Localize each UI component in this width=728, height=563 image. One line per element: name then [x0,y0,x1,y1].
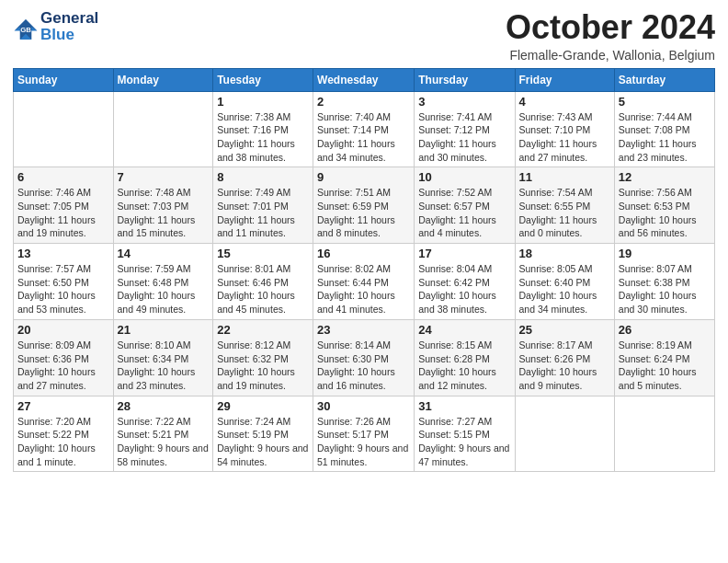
day-number: 27 [17,399,109,413]
day-number: 24 [418,323,510,337]
calendar-cell: 9Sunrise: 7:51 AMSunset: 6:59 PMDaylight… [313,167,415,244]
logo: GB General Blue [13,9,98,42]
calendar-week-1: 1Sunrise: 7:38 AMSunset: 7:16 PMDaylight… [14,91,715,167]
cell-info: Sunrise: 8:02 AMSunset: 6:44 PMDaylight:… [317,262,410,316]
calendar-week-3: 13Sunrise: 7:57 AMSunset: 6:50 PMDayligh… [14,244,715,320]
day-header-monday: Monday [113,68,213,91]
calendar-cell: 16Sunrise: 8:02 AMSunset: 6:44 PMDayligh… [313,244,415,320]
day-number: 12 [619,170,711,184]
day-number: 31 [418,399,510,413]
cell-info: Sunrise: 7:44 AMSunset: 7:08 PMDaylight:… [619,110,711,165]
day-number: 4 [519,95,610,109]
cell-info: Sunrise: 7:46 AMSunset: 7:05 PMDaylight:… [17,186,109,240]
cell-info: Sunrise: 7:41 AMSunset: 7:12 PMDaylight:… [418,110,510,165]
cell-info: Sunrise: 7:52 AMSunset: 6:57 PMDaylight:… [418,186,510,240]
day-number: 15 [217,247,309,260]
header: GB General Blue October 2024 Flemalle-Gr… [13,9,715,63]
day-number: 22 [217,323,309,337]
day-number: 1 [217,95,309,109]
day-header-sunday: Sunday [14,68,114,91]
calendar-cell: 25Sunrise: 8:17 AMSunset: 6:26 PMDayligh… [515,319,614,396]
day-number: 17 [418,247,510,260]
day-number: 16 [317,247,410,260]
cell-info: Sunrise: 8:12 AMSunset: 6:32 PMDaylight:… [217,339,309,393]
calendar-cell [614,396,714,472]
calendar-cell: 29Sunrise: 7:24 AMSunset: 5:19 PMDayligh… [213,396,313,472]
day-number: 8 [217,170,309,184]
day-number: 3 [418,95,510,109]
subtitle: Flemalle-Grande, Wallonia, Belgium [506,48,715,63]
calendar-cell: 7Sunrise: 7:48 AMSunset: 7:03 PMDaylight… [113,167,213,244]
cell-info: Sunrise: 7:26 AMSunset: 5:17 PMDaylight:… [317,415,410,469]
cell-info: Sunrise: 7:49 AMSunset: 7:01 PMDaylight:… [217,186,309,240]
day-number: 9 [317,170,410,184]
day-header-thursday: Thursday [415,68,515,91]
cell-info: Sunrise: 8:17 AMSunset: 6:26 PMDaylight:… [519,339,610,393]
day-number: 25 [519,323,610,337]
cell-info: Sunrise: 7:51 AMSunset: 6:59 PMDaylight:… [317,186,410,240]
page: GB General Blue October 2024 Flemalle-Gr… [0,0,728,563]
day-number: 19 [619,247,711,260]
cell-info: Sunrise: 7:57 AMSunset: 6:50 PMDaylight:… [17,262,109,316]
day-header-wednesday: Wednesday [313,68,415,91]
cell-info: Sunrise: 7:40 AMSunset: 7:14 PMDaylight:… [317,110,410,165]
calendar-cell: 18Sunrise: 8:05 AMSunset: 6:40 PMDayligh… [515,244,614,320]
calendar-cell: 23Sunrise: 8:14 AMSunset: 6:30 PMDayligh… [313,319,415,396]
calendar-cell: 12Sunrise: 7:56 AMSunset: 6:53 PMDayligh… [614,167,714,244]
title-area: October 2024 Flemalle-Grande, Wallonia, … [506,9,715,63]
cell-info: Sunrise: 7:24 AMSunset: 5:19 PMDaylight:… [217,415,309,469]
day-number: 14 [118,247,210,260]
day-number: 2 [317,95,410,109]
cell-info: Sunrise: 7:27 AMSunset: 5:15 PMDaylight:… [418,415,510,469]
calendar-week-5: 27Sunrise: 7:20 AMSunset: 5:22 PMDayligh… [14,396,715,472]
cell-info: Sunrise: 8:07 AMSunset: 6:38 PMDaylight:… [619,262,711,316]
calendar-cell [113,91,213,167]
cell-info: Sunrise: 7:56 AMSunset: 6:53 PMDaylight:… [619,186,711,240]
calendar-cell: 5Sunrise: 7:44 AMSunset: 7:08 PMDaylight… [614,91,714,167]
calendar-cell: 14Sunrise: 7:59 AMSunset: 6:48 PMDayligh… [113,244,213,320]
calendar-cell: 28Sunrise: 7:22 AMSunset: 5:21 PMDayligh… [113,396,213,472]
day-number: 26 [619,323,711,337]
cell-info: Sunrise: 7:59 AMSunset: 6:48 PMDaylight:… [118,262,210,316]
day-header-saturday: Saturday [614,68,714,91]
calendar-cell [14,91,114,167]
logo-general: General [40,9,98,27]
calendar-week-2: 6Sunrise: 7:46 AMSunset: 7:05 PMDaylight… [14,167,715,244]
calendar-cell: 8Sunrise: 7:49 AMSunset: 7:01 PMDaylight… [213,167,313,244]
day-number: 28 [118,399,210,413]
calendar-cell: 13Sunrise: 7:57 AMSunset: 6:50 PMDayligh… [14,244,114,320]
calendar-cell: 11Sunrise: 7:54 AMSunset: 6:55 PMDayligh… [515,167,614,244]
calendar-cell: 26Sunrise: 8:19 AMSunset: 6:24 PMDayligh… [614,319,714,396]
cell-info: Sunrise: 7:54 AMSunset: 6:55 PMDaylight:… [519,186,610,240]
logo-text: General Blue [40,9,98,42]
day-number: 18 [519,247,610,260]
cell-info: Sunrise: 8:01 AMSunset: 6:46 PMDaylight:… [217,262,309,316]
cell-info: Sunrise: 8:14 AMSunset: 6:30 PMDaylight:… [317,339,410,393]
day-number: 6 [17,170,109,184]
day-number: 30 [317,399,410,413]
cell-info: Sunrise: 8:05 AMSunset: 6:40 PMDaylight:… [519,262,610,316]
calendar-cell: 22Sunrise: 8:12 AMSunset: 6:32 PMDayligh… [213,319,313,396]
calendar-table: SundayMondayTuesdayWednesdayThursdayFrid… [13,68,715,473]
day-header-tuesday: Tuesday [213,68,313,91]
calendar-cell: 21Sunrise: 8:10 AMSunset: 6:34 PMDayligh… [113,319,213,396]
calendar-cell: 30Sunrise: 7:26 AMSunset: 5:17 PMDayligh… [313,396,415,472]
calendar-cell: 1Sunrise: 7:38 AMSunset: 7:16 PMDaylight… [213,91,313,167]
cell-info: Sunrise: 7:38 AMSunset: 7:16 PMDaylight:… [217,110,309,165]
cell-info: Sunrise: 7:43 AMSunset: 7:10 PMDaylight:… [519,110,610,165]
day-number: 10 [418,170,510,184]
calendar-cell: 10Sunrise: 7:52 AMSunset: 6:57 PMDayligh… [415,167,515,244]
cell-info: Sunrise: 7:22 AMSunset: 5:21 PMDaylight:… [118,415,210,469]
day-header-friday: Friday [515,68,614,91]
day-number: 23 [317,323,410,337]
calendar-cell: 2Sunrise: 7:40 AMSunset: 7:14 PMDaylight… [313,91,415,167]
day-number: 29 [217,399,309,413]
cell-info: Sunrise: 8:04 AMSunset: 6:42 PMDaylight:… [418,262,510,316]
day-number: 20 [17,323,109,337]
calendar-cell: 27Sunrise: 7:20 AMSunset: 5:22 PMDayligh… [14,396,114,472]
cell-info: Sunrise: 8:09 AMSunset: 6:36 PMDaylight:… [17,339,109,393]
calendar-header-row: SundayMondayTuesdayWednesdayThursdayFrid… [14,68,715,91]
calendar-week-4: 20Sunrise: 8:09 AMSunset: 6:36 PMDayligh… [14,319,715,396]
calendar-cell: 17Sunrise: 8:04 AMSunset: 6:42 PMDayligh… [415,244,515,320]
cell-info: Sunrise: 8:19 AMSunset: 6:24 PMDaylight:… [619,339,711,393]
